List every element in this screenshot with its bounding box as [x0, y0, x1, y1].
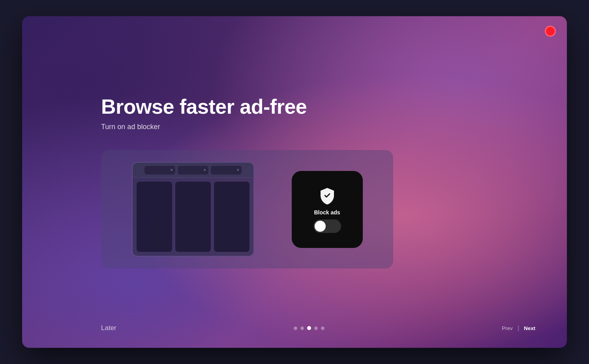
- browser-toolbar: × × ×: [133, 163, 253, 178]
- illustration-panel: × × ×: [101, 150, 393, 268]
- dot-4: [314, 326, 318, 330]
- tab-card-3: [214, 182, 249, 252]
- browser-mockup: × × ×: [132, 162, 254, 257]
- prev-button[interactable]: Prev: [502, 325, 516, 331]
- shield-icon: [317, 186, 337, 205]
- page-title: Browse faster ad-free: [101, 96, 307, 118]
- dot-5: [321, 326, 325, 330]
- block-ads-widget: Block ads: [292, 171, 363, 248]
- dot-3-active: [307, 326, 311, 330]
- browser-tabs: × × ×: [144, 166, 242, 174]
- tab-card-2: [175, 182, 211, 252]
- opera-logo-icon: [545, 26, 556, 37]
- pagination-dots: [294, 326, 325, 330]
- tab-2: ×: [178, 166, 208, 174]
- toggle-thumb: [315, 221, 326, 232]
- browser-body: [133, 178, 253, 256]
- tab-card-1: [137, 182, 172, 252]
- later-button[interactable]: Later: [101, 324, 116, 332]
- tab-close-icon-2: ×: [204, 168, 206, 172]
- tab-close-icon-1: ×: [171, 168, 173, 172]
- dot-2: [300, 326, 304, 330]
- bottom-navigation: Later Prev | Next: [101, 324, 535, 332]
- main-window: Browse faster ad-free Turn on ad blocker…: [22, 16, 567, 348]
- tab-3: ×: [211, 166, 242, 174]
- block-ads-toggle[interactable]: [313, 220, 341, 233]
- page-subtitle: Turn on ad blocker: [101, 123, 160, 131]
- dot-1: [294, 326, 297, 330]
- next-button[interactable]: Next: [521, 325, 535, 331]
- tab-close-icon-3: ×: [237, 168, 239, 172]
- block-ads-label: Block ads: [314, 209, 340, 216]
- tab-1: ×: [144, 166, 175, 174]
- main-content: Browse faster ad-free Turn on ad blocker…: [22, 16, 567, 348]
- nav-divider: |: [516, 324, 521, 332]
- prev-next-controls: Prev | Next: [502, 324, 535, 332]
